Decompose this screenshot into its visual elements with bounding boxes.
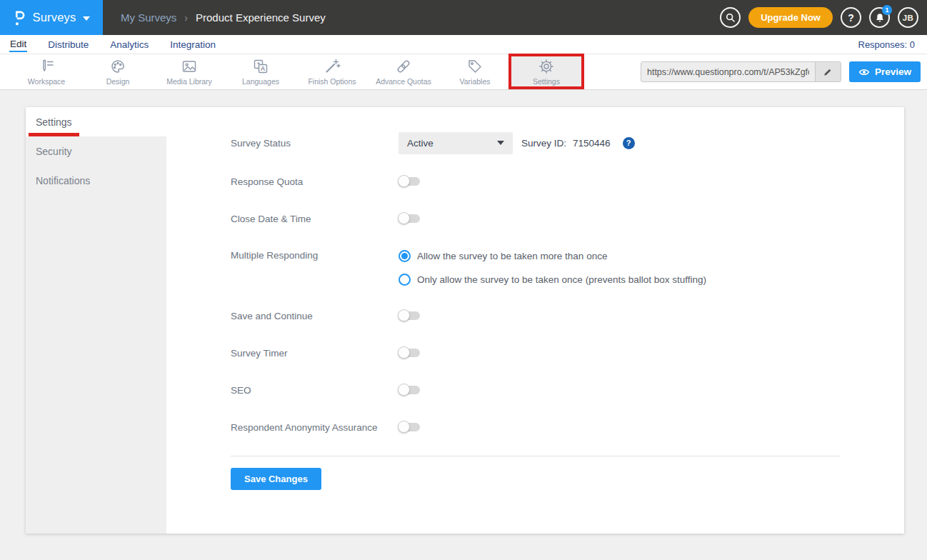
upgrade-now-button[interactable]: Upgrade Now xyxy=(748,7,833,28)
workspace-icon xyxy=(38,58,55,75)
survey-url-box xyxy=(641,61,841,82)
sidebar-item-settings[interactable]: Settings xyxy=(26,107,166,136)
survey-timer-row: Survey Timer xyxy=(231,344,840,361)
toolbar-item-variables[interactable]: Variables xyxy=(439,54,511,89)
radio-selected-icon xyxy=(399,250,411,262)
notification-badge: 1 xyxy=(882,5,892,15)
survey-url-input[interactable] xyxy=(641,62,815,81)
radio-option-label: Allow the survey to be taken more than o… xyxy=(417,251,607,261)
response-quota-row: Response Quota xyxy=(231,173,840,190)
survey-status-select[interactable]: Active xyxy=(399,132,513,154)
multiple-responding-options: Allow the survey to be taken more than o… xyxy=(399,247,706,288)
respondent-anonymity-label: Respondent Anonymity Assurance xyxy=(231,422,399,433)
close-date-time-toggle[interactable] xyxy=(399,214,420,223)
search-icon xyxy=(724,11,736,24)
toolbar-item-finish-options[interactable]: Finish Options xyxy=(296,54,368,89)
sidebar-panel: Security Notifications xyxy=(26,136,166,534)
edit-toolbar: Workspace Design Media Library * A Langu… xyxy=(0,54,927,90)
save-changes-button[interactable]: Save Changes xyxy=(231,468,321,490)
user-avatar[interactable]: JB xyxy=(898,7,918,28)
preview-button[interactable]: Preview xyxy=(849,61,921,82)
sidebar-item-security[interactable]: Security xyxy=(26,136,166,166)
finish-options-icon xyxy=(324,58,341,75)
seo-row: SEO xyxy=(231,381,840,399)
pencil-icon xyxy=(823,67,833,77)
toolbar-item-label: Workspace xyxy=(28,77,65,86)
media-library-icon xyxy=(181,58,198,75)
radio-option-only-once[interactable]: Only allow the survey to be taken once (… xyxy=(399,271,706,288)
product-switcher[interactable]: Surveys xyxy=(0,0,103,35)
sidebar-item-notifications[interactable]: Notifications xyxy=(26,166,166,195)
multiple-responding-row: Multiple Responding Allow the survey to … xyxy=(231,247,840,288)
tab-distribute[interactable]: Distribute xyxy=(47,37,89,51)
respondent-anonymity-row: Respondent Anonymity Assurance xyxy=(231,419,840,436)
radio-unselected-icon xyxy=(399,274,411,286)
toolbar-item-workspace[interactable]: Workspace xyxy=(11,54,82,89)
toolbar-item-label: Design xyxy=(106,77,130,86)
tab-integration[interactable]: Integration xyxy=(169,37,216,51)
section-tabs: Edit Distribute Analytics Integration Re… xyxy=(0,35,927,54)
sidebar-item-label: Settings xyxy=(36,116,72,128)
red-underline-annotation xyxy=(29,133,79,136)
settings-form: Survey Status Active Survey ID: 7150446 … xyxy=(166,107,904,534)
toolbar-item-media-library[interactable]: Media Library xyxy=(154,54,225,89)
toggle-knob xyxy=(398,309,410,321)
toolbar-item-settings[interactable]: Settings xyxy=(511,54,582,89)
respondent-anonymity-toggle[interactable] xyxy=(399,423,420,431)
sidebar-item-label: Security xyxy=(36,146,72,157)
avatar-initials: JB xyxy=(903,14,914,22)
top-header: Surveys My Surveys › Product Experience … xyxy=(0,0,927,35)
share-url-group: Preview xyxy=(641,54,927,89)
radio-option-allow-multiple[interactable]: Allow the survey to be taken more than o… xyxy=(399,247,706,264)
survey-timer-label: Survey Timer xyxy=(231,348,399,359)
notifications-button[interactable]: 1 xyxy=(869,7,890,28)
toggle-knob xyxy=(398,175,410,187)
toolbar-item-label: Finish Options xyxy=(308,77,356,86)
survey-id-value: 7150446 xyxy=(573,138,611,149)
toolbar-item-label: Advance Quotas xyxy=(376,77,431,86)
response-quota-toggle[interactable] xyxy=(399,177,420,186)
languages-icon: * A xyxy=(252,58,269,75)
eye-icon xyxy=(858,66,870,78)
breadcrumb-my-surveys[interactable]: My Surveys xyxy=(121,11,176,24)
toolbar-item-languages[interactable]: * A Languages xyxy=(225,54,296,89)
toolbar-item-advance-quotas[interactable]: Advance Quotas xyxy=(368,54,439,89)
survey-status-value: Active xyxy=(407,138,434,149)
toggle-knob xyxy=(398,384,410,396)
edit-url-button[interactable] xyxy=(815,62,841,81)
toggle-knob xyxy=(398,421,410,433)
product-label: Surveys xyxy=(32,11,76,24)
header-actions: Upgrade Now ? 1 JB xyxy=(720,7,927,28)
tab-analytics[interactable]: Analytics xyxy=(109,37,149,51)
chevron-down-icon xyxy=(83,16,90,21)
sidebar-item-label: Notifications xyxy=(36,175,90,186)
toolbar-item-label: Settings xyxy=(533,77,560,86)
toggle-knob xyxy=(398,346,410,359)
page-background: Settings Security Notifications Survey S… xyxy=(0,107,927,560)
close-date-time-row: Close Date & Time xyxy=(231,210,840,227)
help-button[interactable]: ? xyxy=(841,7,861,28)
svg-text:A: A xyxy=(261,65,266,72)
radio-option-label: Only allow the survey to be taken once (… xyxy=(417,274,706,285)
seo-label: SEO xyxy=(231,385,399,396)
form-divider xyxy=(231,456,840,456)
settings-gear-icon xyxy=(538,58,555,75)
response-quota-label: Response Quota xyxy=(231,176,399,187)
search-button[interactable] xyxy=(720,7,741,28)
question-mark-glyph: ? xyxy=(626,139,631,147)
toolbar-item-design[interactable]: Design xyxy=(82,54,154,89)
breadcrumb: My Surveys › Product Experience Survey xyxy=(121,11,326,24)
tab-edit[interactable]: Edit xyxy=(9,36,27,52)
save-and-continue-toggle[interactable] xyxy=(399,311,420,320)
multiple-responding-label: Multiple Responding xyxy=(231,247,399,261)
variables-icon xyxy=(466,58,483,75)
seo-toggle[interactable] xyxy=(399,386,420,394)
survey-id-help-icon[interactable]: ? xyxy=(623,137,635,149)
toggle-knob xyxy=(398,212,410,224)
toolbar-item-label: Languages xyxy=(242,77,279,86)
survey-timer-toggle[interactable] xyxy=(399,349,420,357)
question-mark-icon: ? xyxy=(848,12,854,24)
save-and-continue-row: Save and Continue xyxy=(231,307,840,324)
design-icon xyxy=(109,58,126,75)
settings-sidebar: Settings Security Notifications xyxy=(26,107,166,534)
